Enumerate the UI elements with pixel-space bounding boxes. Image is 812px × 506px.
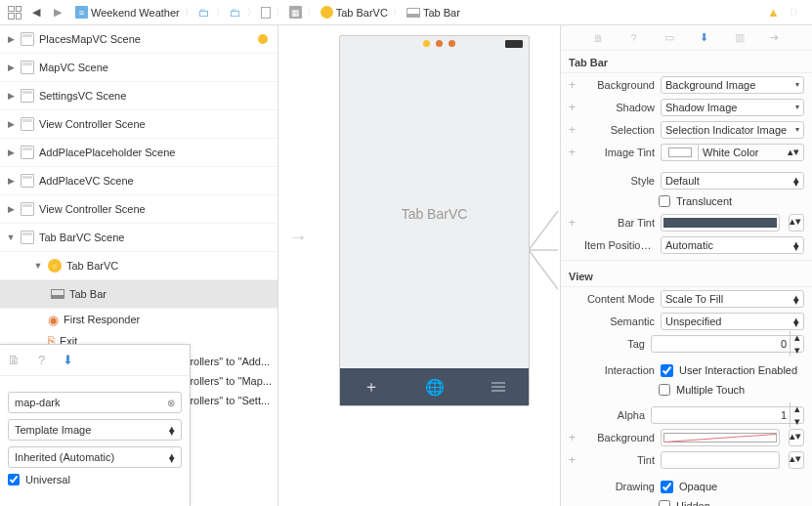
related-items-icon[interactable]	[6, 4, 23, 21]
prop-selection: +SelectionSelection Indicator Image▾	[561, 118, 812, 141]
jump-bar[interactable]: ◀ ▶ ≡ Weekend Weather 〉 🗀 〉 🗀 〉 〉 ▦ 〉 Ta…	[0, 0, 812, 25]
background-image-field[interactable]: Background Image▾	[661, 76, 804, 94]
folder-icon: 🗀	[230, 6, 242, 19]
opaque-checkbox[interactable]	[661, 481, 673, 493]
universal-label: Universal	[25, 474, 70, 485]
translucent-row[interactable]: Translucent	[561, 191, 812, 211]
asset-name-field[interactable]: map-dark ⊗	[8, 392, 182, 413]
tint-stepper[interactable]: ▴▾	[789, 451, 804, 469]
asset-name-value: map-dark	[15, 397, 60, 408]
scene-row[interactable]: ▶AddPlaceVC Scene	[0, 167, 278, 195]
tag-input[interactable]	[652, 338, 790, 350]
vc-icon	[321, 6, 333, 19]
scene-row[interactable]: ▶View Controller Scene	[0, 110, 278, 139]
scene-row[interactable]: ▶SettingsVC Scene	[0, 82, 278, 110]
device-preview[interactable]: Tab BarVC ＋ 🌐	[339, 35, 530, 406]
scene-label: PlacesMapVC Scene	[39, 33, 141, 45]
storyboard-icon: ≡	[75, 6, 88, 19]
device-tabbar[interactable]: ＋ 🌐	[340, 368, 529, 405]
storyboard-canvas[interactable]: → Tab BarVC ＋ 🌐	[278, 25, 561, 506]
trait-select[interactable]: Inherited (Automatic) ▴▾	[8, 446, 182, 468]
jump-tabbar[interactable]: Tab Bar	[402, 7, 465, 19]
jump-project-label: Weekend Weather	[91, 7, 180, 19]
scene-row[interactable]: ▶PlacesMapVC Scene	[0, 25, 278, 54]
jump-scene[interactable]: ▦	[284, 6, 307, 19]
scene-icon	[21, 32, 34, 46]
file-inspector-icon[interactable]: 🗎	[591, 30, 607, 46]
trait-value: Inherited (Automatic)	[15, 451, 114, 463]
item-positioning-select[interactable]: Automatic▴▾	[661, 236, 804, 254]
quickhelp-inspector-icon[interactable]: ?	[626, 30, 642, 46]
shadow-image-field[interactable]: Shadow Image▾	[661, 99, 804, 116]
jump-vc[interactable]: Tab BarVC	[316, 6, 393, 19]
hidden-checkbox[interactable]	[659, 500, 670, 506]
jump-vc-label: Tab BarVC	[336, 7, 388, 19]
identity-inspector-icon[interactable]: ▭	[662, 30, 677, 46]
outline-vc[interactable]: ▼○Tab BarVC	[0, 252, 278, 280]
outline-first-responder[interactable]: ◉First Responder	[0, 309, 278, 330]
content-mode-select[interactable]: Scale To Fill▴▾	[661, 290, 804, 308]
prop-background: +BackgroundBackground Image▾	[561, 73, 812, 96]
universal-checkbox[interactable]	[8, 474, 20, 485]
scene-row[interactable]: ▶AddPlacePlaceholder Scene	[0, 139, 278, 167]
plus-icon[interactable]: ＋	[363, 377, 379, 398]
tabbar-icon	[51, 289, 64, 299]
prop-tag: +Tag▴▾	[561, 332, 812, 355]
scene-row[interactable]: ▶View Controller Scene	[0, 195, 278, 224]
inspector-tabs[interactable]: 🗎 ? ▭ ⬇ ▥ ➜	[561, 25, 812, 51]
issues-indicator[interactable]: ▲	[762, 6, 785, 19]
view-bg-swatch[interactable]	[661, 429, 780, 446]
jump-doc[interactable]	[256, 7, 276, 19]
tint-swatch[interactable]	[661, 451, 780, 469]
scene-row-expanded[interactable]: ▼Tab BarVC Scene	[0, 224, 278, 252]
alpha-field[interactable]: ▴▾	[651, 406, 804, 424]
bar-tint-swatch[interactable]	[661, 214, 780, 232]
tag-field[interactable]: ▴▾	[651, 335, 804, 353]
plus-icon[interactable]: +	[569, 78, 578, 92]
asset-inspector-panel[interactable]: 🗎 ? ⬇ map-dark ⊗ Template Image ▴▾ Inher…	[0, 344, 191, 506]
multiple-touch-row[interactable]: Multiple Touch	[561, 380, 812, 400]
multiple-touch-checkbox[interactable]	[659, 384, 670, 396]
attributes-tab-icon[interactable]: ⬇	[63, 353, 73, 367]
disclosure-icon[interactable]: ▼	[6, 232, 16, 242]
forward-button: ▶	[49, 4, 66, 21]
back-button[interactable]: ◀	[27, 4, 45, 21]
selection-image-field[interactable]: Selection Indicator Image▾	[661, 121, 804, 139]
bar-tint-stepper[interactable]: ▴▾	[789, 214, 804, 232]
cube-icon: ◉	[48, 313, 59, 327]
outline-tabbar[interactable]: Tab Bar	[0, 280, 278, 309]
menu-icon[interactable]	[491, 382, 505, 392]
disclosure-icon[interactable]: ▶	[6, 34, 16, 44]
universal-checkbox-row[interactable]: Universal	[0, 468, 190, 491]
truncated-segues: rollers" to "Add... rollers" to "Map... …	[190, 352, 272, 410]
style-select[interactable]: Default▴▾	[661, 172, 804, 190]
jump-project[interactable]: ≡ Weekend Weather	[70, 6, 185, 19]
alpha-input[interactable]	[652, 409, 790, 421]
scene-row[interactable]: ▶MapVC Scene	[0, 54, 278, 82]
uie-checkbox[interactable]	[661, 364, 673, 377]
attributes-inspector-icon[interactable]: ⬇	[697, 30, 712, 46]
stepper-icon[interactable]: ▴▾	[790, 331, 803, 357]
render-as-select[interactable]: Template Image ▴▾	[8, 419, 182, 441]
semantic-select[interactable]: Unspecified▴▾	[661, 313, 804, 330]
help-tab-icon[interactable]: ?	[38, 353, 45, 367]
image-tint-swatch[interactable]	[661, 144, 698, 161]
image-tint-select[interactable]: White Color▴▾	[698, 144, 804, 161]
connections-inspector-icon[interactable]: ➜	[767, 30, 783, 46]
clear-icon[interactable]: ⊗	[167, 398, 175, 408]
jump-folder-2[interactable]: 🗀	[225, 6, 247, 19]
hidden-row[interactable]: Hidden	[561, 496, 812, 506]
globe-icon[interactable]: 🌐	[425, 378, 445, 397]
jump-folder[interactable]: 🗀	[193, 6, 216, 19]
entry-arrow-icon: →	[288, 226, 308, 248]
size-inspector-icon[interactable]: ▥	[732, 30, 748, 46]
inspector-panel[interactable]: 🗎 ? ▭ ⬇ ▥ ➜ Tab Bar +BackgroundBackgroun…	[561, 25, 812, 506]
prop-image-tint: +Image Tint White Color▴▾	[561, 141, 812, 163]
status-dot-icon	[258, 34, 268, 44]
render-as-value: Template Image	[15, 424, 91, 436]
prop-interaction: +InteractionUser Interaction Enabled	[561, 360, 812, 380]
file-tab-icon[interactable]: 🗎	[8, 353, 21, 367]
view-bg-stepper[interactable]: ▴▾	[789, 429, 804, 446]
translucent-checkbox[interactable]	[659, 195, 670, 207]
document-outline[interactable]: ▶PlacesMapVC Scene ▶MapVC Scene ▶Setting…	[0, 25, 278, 506]
